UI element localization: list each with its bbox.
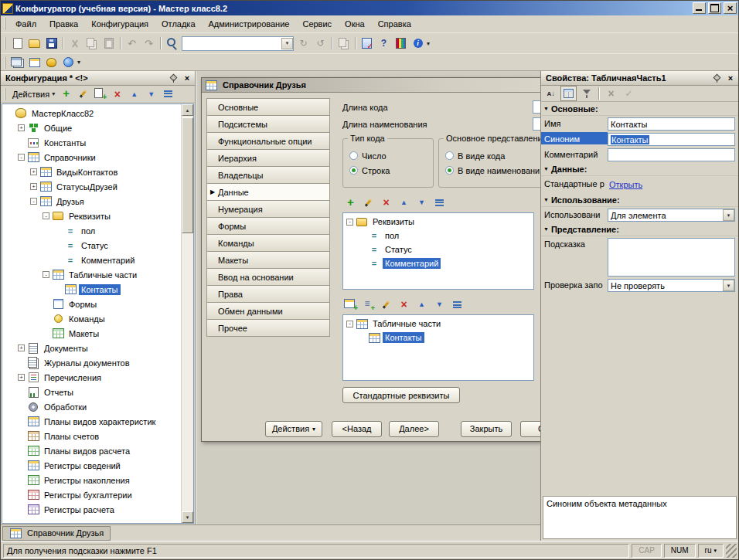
property-row[interactable]: ИспользованиДля элемента▼: [541, 207, 738, 222]
property-section[interactable]: ▼Основные:: [541, 102, 738, 116]
radio-unchecked-icon[interactable]: [349, 151, 358, 160]
dialog-tab-9[interactable]: Макеты: [206, 251, 330, 269]
move-up-icon[interactable]: [126, 87, 142, 102]
property-text-field[interactable]: Контакты: [608, 133, 735, 146]
property-textarea-field[interactable]: [608, 238, 735, 277]
dropdown-arrow-icon[interactable]: ▼: [723, 209, 734, 221]
tree-item[interactable]: МастерКласс82: [2, 106, 181, 120]
standard-attributes-button[interactable]: Стандартные реквизиты: [342, 387, 460, 403]
move-up-icon[interactable]: [414, 297, 430, 312]
delete-icon[interactable]: [396, 297, 412, 312]
tree-item[interactable]: Отчеты: [2, 385, 181, 399]
dialog-title-bar[interactable]: Справочник Друзья: [202, 78, 540, 93]
menu-item-5[interactable]: Сервис: [296, 16, 338, 32]
expander-icon[interactable]: -: [18, 154, 25, 161]
add-tabular-attribute-icon[interactable]: [360, 297, 376, 312]
expander-icon[interactable]: +: [18, 344, 25, 351]
tree-item[interactable]: +Документы: [2, 341, 181, 355]
tree-item[interactable]: +Перечисления: [2, 370, 181, 385]
properties-panel-header[interactable]: Свойства: ТабличнаяЧасть1 ×: [541, 71, 738, 86]
search-combobox[interactable]: ▼: [182, 36, 294, 51]
mdi-tab-catalog-friends[interactable]: Справочник Друзья: [2, 526, 111, 541]
pin-icon[interactable]: [712, 73, 722, 83]
save-icon[interactable]: [43, 36, 60, 51]
tree-item[interactable]: -Табличные части: [343, 317, 533, 331]
tree-item[interactable]: Макеты: [2, 326, 181, 341]
property-select-field[interactable]: Для элемента▼: [608, 209, 735, 222]
move-up-icon[interactable]: [396, 195, 412, 210]
expander-icon[interactable]: -: [346, 321, 353, 328]
search-input[interactable]: [182, 38, 281, 49]
dropdown-arrow-icon[interactable]: ▼: [723, 280, 734, 291]
dialog-tab-13[interactable]: Прочее: [206, 319, 330, 337]
sort-alpha-icon[interactable]: [543, 86, 559, 101]
property-row[interactable]: Комментарий: [541, 147, 738, 162]
tree-item[interactable]: -Друзья: [2, 194, 181, 209]
pin-icon[interactable]: [169, 73, 179, 83]
radio-option[interactable]: В виде наименовани: [445, 163, 540, 178]
add-icon[interactable]: [58, 87, 74, 102]
dialog-tab-4[interactable]: Владельцы: [206, 166, 330, 184]
tree-item[interactable]: Регистры расчета: [2, 502, 181, 517]
radio-option[interactable]: Число: [349, 148, 427, 163]
menu-item-0[interactable]: Файл: [9, 16, 43, 32]
menu-item-6[interactable]: Окна: [339, 16, 371, 32]
close-dialog-button[interactable]: Закрыть: [461, 421, 512, 437]
property-row[interactable]: Подсказка: [541, 236, 738, 277]
expander-icon[interactable]: +: [18, 374, 25, 381]
delete-icon[interactable]: [378, 195, 394, 210]
tree-item[interactable]: Константы: [2, 135, 181, 150]
tree-item[interactable]: Формы: [2, 297, 181, 311]
tree-item[interactable]: -Реквизиты: [2, 209, 181, 223]
radio-option[interactable]: В виде кода: [445, 148, 540, 163]
panel-close-icon[interactable]: ×: [182, 73, 192, 83]
property-section[interactable]: ▼Данные:: [541, 162, 738, 176]
expander-icon[interactable]: -: [43, 271, 49, 278]
dialog-tab-2[interactable]: Функциональные опции: [206, 132, 330, 150]
dialog-tab-12[interactable]: Обмен данными: [206, 302, 330, 320]
sort-icon[interactable]: [449, 297, 465, 312]
move-down-icon[interactable]: [431, 297, 448, 312]
resize-grip[interactable]: [726, 544, 737, 558]
help-search-icon[interactable]: [376, 36, 392, 51]
tree-item[interactable]: Комментарий: [2, 253, 181, 267]
property-select-field[interactable]: Не проверять▼: [608, 279, 735, 292]
configuration-panel-header[interactable]: Конфигурация * <!> ×: [1, 71, 195, 86]
tree-item[interactable]: пол: [343, 229, 533, 243]
syntax-check-icon[interactable]: [359, 36, 375, 51]
configuration-windows-icon[interactable]: [9, 55, 26, 70]
dropdown-arrow-icon[interactable]: ▾: [77, 59, 80, 66]
expander-icon[interactable]: +: [30, 168, 37, 175]
property-section[interactable]: ▼Представление:: [541, 222, 738, 236]
move-down-icon[interactable]: [143, 87, 159, 102]
tree-item[interactable]: -Табличные части: [2, 267, 181, 282]
move-down-icon[interactable]: [414, 195, 430, 210]
open-icon[interactable]: [26, 36, 43, 51]
language-indicator[interactable]: ru ▾: [698, 544, 724, 558]
expander-icon[interactable]: -: [346, 219, 353, 226]
dialog-tab-10[interactable]: Ввод на основании: [206, 268, 330, 286]
help-button[interactable]: Спр: [520, 421, 540, 437]
tree-item[interactable]: Регистры накопления: [2, 473, 181, 487]
property-open-link[interactable]: Открыть: [608, 178, 642, 192]
name-length-input[interactable]: [533, 117, 540, 131]
tree-item[interactable]: +Общие: [2, 120, 181, 135]
panel-close-icon[interactable]: ×: [725, 73, 736, 83]
title-bar[interactable]: Конфигуратор (учебная версия) - Мастер к…: [1, 1, 738, 15]
dialog-tab-6[interactable]: Нумерация: [206, 200, 330, 218]
close-button[interactable]: [724, 2, 737, 14]
radio-checked-icon[interactable]: [445, 166, 454, 175]
tree-item[interactable]: Планы счетов: [2, 429, 181, 443]
tree-item[interactable]: Планы видов характеристик: [2, 414, 181, 429]
add-tabular-section-icon[interactable]: [342, 297, 359, 312]
sort-icon[interactable]: [160, 87, 176, 102]
tree-item[interactable]: Регистры бухгалтерии: [2, 487, 181, 502]
menu-item-7[interactable]: Справка: [372, 16, 417, 32]
sort-icon[interactable]: [431, 195, 448, 210]
code-length-input[interactable]: [533, 100, 540, 114]
scroll-down-icon[interactable]: ▼: [182, 511, 193, 523]
about-icon[interactable]: [410, 36, 426, 51]
dialog-actions-button[interactable]: Действия ▾: [265, 421, 322, 437]
find-icon[interactable]: [164, 36, 180, 51]
menu-item-4[interactable]: Администрирование: [203, 16, 296, 32]
